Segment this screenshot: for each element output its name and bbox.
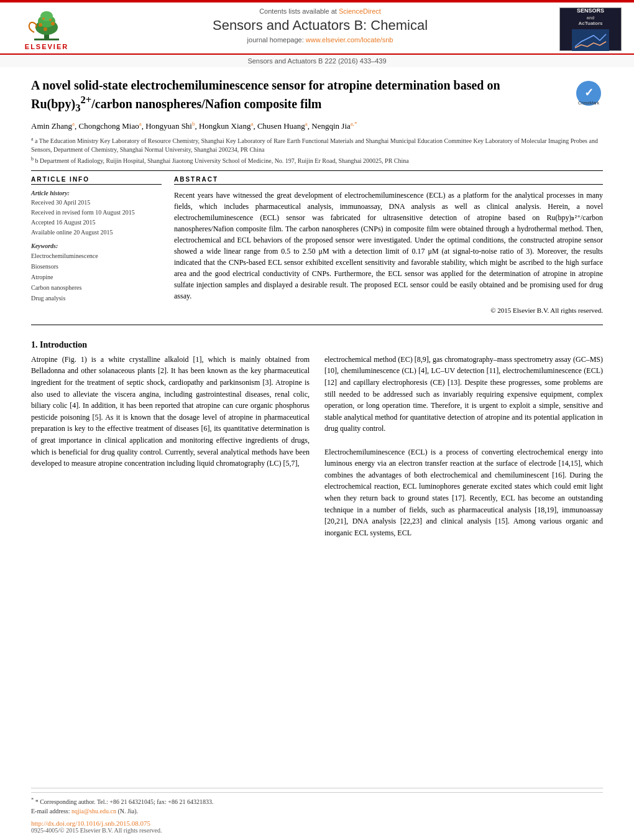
sensors-logo-image (572, 29, 609, 51)
svg-point-7 (44, 27, 47, 31)
issn-text: 0925-4005/© 2015 Elsevier B.V. All right… (31, 827, 603, 834)
keyword-2: Biosensors (31, 261, 162, 272)
footnote-divider (31, 788, 603, 788)
email-link[interactable]: nqjia@shu.edu.cn (71, 808, 116, 815)
info-abstract-row: ARTICLE INFO Article history: Received 3… (31, 176, 603, 316)
svg-rect-1 (34, 39, 59, 40)
doi-section: http://dx.doi.org/10.1016/j.snb.2015.08.… (31, 819, 603, 834)
section-1-heading: 1. Introduction (31, 340, 603, 350)
article-dates: Received 30 April 2015 Received in revis… (31, 198, 162, 238)
affiliation-a: a a The Education Ministry Key Laborator… (31, 136, 603, 154)
keyword-1: Electrochemiluminescence (31, 251, 162, 261)
header-center: Contents lists available at ScienceDirec… (81, 7, 559, 46)
history-label: Article history: (31, 190, 162, 196)
svg-point-5 (39, 23, 42, 27)
received-date: Received 30 April 2015 (31, 198, 162, 208)
affiliations: a a The Education Ministry Key Laborator… (31, 136, 603, 166)
keyword-4: Carbon nanospheres (31, 282, 162, 293)
corresponding-author: * * Corresponding author. Tel.: +86 21 6… (31, 796, 603, 806)
svg-point-8 (42, 17, 45, 20)
elsevier-logo: ELSEVIER (12, 7, 81, 50)
abstract-title: ABSTRACT (174, 176, 603, 185)
footnote-section: * * Corresponding author. Tel.: +86 21 6… (0, 782, 634, 840)
sensors-actuators-logo: SENSORS and AcTuators (559, 7, 622, 51)
svg-point-6 (51, 22, 55, 25)
authors: Amin Zhanga, Chongchong Miaoa, Hongyuan … (31, 121, 603, 131)
journal-homepage: journal homepage: www.elsevier.com/locat… (247, 36, 393, 44)
body-right-col: electrochemical method (EC) [8,9], gas c… (324, 354, 603, 539)
received-revised-date: Received in revised form 10 August 2015 (31, 208, 162, 218)
keywords-list: Electrochemiluminescence Biosensors Atro… (31, 251, 162, 303)
abstract-panel: ABSTRACT Recent years have witnessed the… (174, 176, 603, 316)
body-two-col: Atropine (Fig. 1) is a white crystalline… (31, 354, 603, 539)
affiliation-b: b b Department of Radiology, Ruijin Hosp… (31, 155, 603, 165)
keyword-5: Drug analysis (31, 293, 162, 303)
divider-2 (31, 325, 603, 325)
available-date: Available online 20 August 2015 (31, 228, 162, 238)
journal-title: Sensors and Actuators B: Chemical (213, 17, 428, 34)
article-section: A novel solid-state electrochemiluminesc… (0, 67, 634, 330)
journal-reference: Sensors and Actuators B 222 (2016) 433–4… (0, 55, 634, 67)
header: ELSEVIER Contents lists available at Sci… (0, 2, 634, 55)
elsevier-label: ELSEVIER (25, 43, 68, 50)
keyword-3: Atropine (31, 272, 162, 282)
copyright: © 2015 Elsevier B.V. All rights reserved… (174, 305, 603, 316)
keywords-label: Keywords: (31, 242, 162, 249)
svg-rect-10 (572, 29, 609, 51)
doi-link[interactable]: http://dx.doi.org/10.1016/j.snb.2015.08.… (31, 819, 603, 827)
sensors-logo-line2: AcTuators (577, 21, 604, 27)
header-top: ELSEVIER Contents lists available at Sci… (12, 7, 622, 51)
abstract-text: Recent years have witnessed the great de… (174, 190, 603, 316)
sciencedirect-info: Contents lists available at ScienceDirec… (259, 7, 381, 15)
email-line: E-mail address: nqjia@shu.edu.cn (N. Jia… (31, 806, 603, 816)
svg-point-9 (49, 19, 52, 21)
article-info-title: ARTICLE INFO (31, 176, 162, 185)
divider-1 (31, 170, 603, 171)
article-title: A novel solid-state electrochemiluminesc… (31, 77, 575, 114)
svg-text:CrossMark: CrossMark (578, 101, 599, 105)
intro-left-text: Atropine (Fig. 1) is a white crystalline… (31, 354, 310, 469)
journal-homepage-link[interactable]: www.elsevier.com/locate/snb (306, 36, 393, 44)
page: ELSEVIER Contents lists available at Sci… (0, 0, 634, 840)
intro-right-text: electrochemical method (EC) [8,9], gas c… (324, 354, 603, 539)
accepted-date: Accepted 16 August 2015 (31, 218, 162, 228)
body-left-col: Atropine (Fig. 1) is a white crystalline… (31, 354, 310, 539)
elsevier-tree-icon (22, 7, 71, 42)
sensors-logo-and: and (577, 15, 604, 21)
crossmark-icon: ✓ CrossMark (575, 80, 603, 108)
body-content: 1. Introduction Atropine (Fig. 1) is a w… (0, 330, 634, 539)
sensors-chart-icon (572, 29, 609, 51)
footnote: * * Corresponding author. Tel.: +86 21 6… (31, 792, 603, 816)
svg-text:✓: ✓ (584, 86, 594, 99)
sciencedirect-link[interactable]: ScienceDirect (339, 7, 381, 15)
article-info-panel: ARTICLE INFO Article history: Received 3… (31, 176, 162, 316)
sensors-logo-line1: SENSORS (577, 7, 604, 15)
article-header: A novel solid-state electrochemiluminesc… (31, 77, 603, 114)
